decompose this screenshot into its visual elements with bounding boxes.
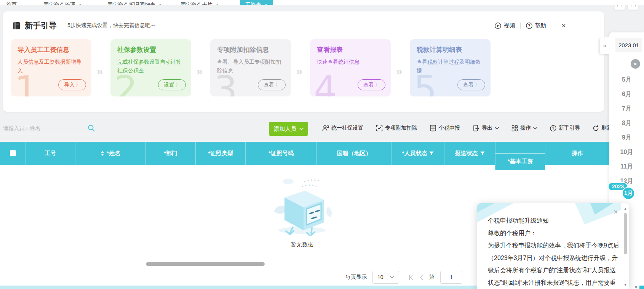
step-number: 1 [14, 71, 38, 96]
guide-step-1: 导入员工工资信息 人员信息及工资数据新增导入 1 导入〉 [11, 39, 91, 96]
scroll-down-arrow-icon[interactable]: ▼ [623, 283, 628, 287]
search-icon[interactable] [88, 124, 95, 132]
view-button[interactable]: 查看〉 [358, 79, 385, 90]
column-header-actions[interactable]: 操作 [545, 142, 609, 165]
guide-header: 新手引导 5步快速完成设置，快去完善信息吧～ 视频 ? 帮助 × [12, 19, 591, 32]
tab-asset-card[interactable]: 固定资产卡片× [175, 0, 224, 5]
special-deduction-button[interactable]: 专项附加扣除 [376, 125, 417, 132]
pagination: 每页显示 10 第 [345, 271, 462, 284]
guide-step-2: 社保参数设置 完成社保参数设置自动计算社保公积金 2 设置〉 [110, 39, 191, 96]
book-icon [12, 21, 21, 30]
empty-state-text: 暂无数据 [254, 241, 350, 248]
column-header-base-salary[interactable]: *基本工资 [495, 142, 545, 170]
person-icon [322, 125, 329, 132]
step-number: 5 [414, 71, 437, 96]
chevron-up-icon: « [632, 63, 638, 66]
table-header: 工号 *姓名 *部门 *证照类型 *证照号码 国籍（地区） *人员状态 报送状态… [0, 142, 609, 165]
column-header-report-status[interactable]: 报送状态 [444, 142, 495, 165]
export-button[interactable]: 导出 [473, 125, 499, 132]
close-icon[interactable]: × [561, 22, 566, 29]
month-item-jul[interactable]: 7月 [609, 105, 644, 113]
notification-scrollbar[interactable]: ▲ ▼ [623, 207, 628, 287]
month-item-aug[interactable]: 8月 [609, 119, 644, 127]
month-item-may[interactable]: 5月 [609, 76, 644, 84]
help-link[interactable]: ? 帮助 [526, 22, 546, 29]
toolbar-actions: 统一社保设置 专项附加扣除 个税申报 导出 操作 ? 新 [322, 125, 612, 132]
column-header-nationality[interactable]: 国籍（地区） [316, 142, 392, 165]
notification-greeting: 尊敬的个税用户： [488, 227, 620, 240]
operations-button[interactable]: 操作 [511, 125, 537, 132]
tab-depreciation-detail[interactable]: 固定资产折旧明细表× [102, 0, 167, 5]
app-screen: 首页 固定资产管理× 固定资产折旧明细表× 固定资产卡片× 工资表× 新手引导 … [0, 0, 644, 289]
guide-step-3: 专项附加扣除信息 查看、导入员工专项附加扣除信息 3 查看〉 [210, 39, 291, 96]
column-header-id-type[interactable]: *证照类型 [195, 142, 245, 165]
tab-fixed-asset-mgmt[interactable]: 固定资产管理× [38, 0, 87, 5]
sort-icon[interactable] [101, 151, 104, 156]
scroll-up-arrow-icon[interactable]: ▲ [623, 207, 628, 211]
month-item-sep[interactable]: 9月 [609, 134, 644, 142]
month-item-jun[interactable]: 6月 [609, 90, 644, 98]
empty-robot-illustration [264, 175, 340, 236]
import-button[interactable]: 导入〉 [58, 79, 86, 90]
filter-icon[interactable] [480, 151, 485, 156]
tax-filing-button[interactable]: 个税申报 [430, 125, 460, 132]
double-chevron-icon: » [603, 42, 606, 49]
double-chevron-icon: » [194, 65, 205, 78]
guide-title: 新手引导 [25, 20, 57, 31]
select-all-checkbox[interactable] [10, 150, 16, 156]
column-header-person-status[interactable]: *人员状态 [392, 142, 444, 165]
close-icon[interactable]: × [79, 2, 81, 5]
search-input[interactable] [3, 125, 88, 131]
chevron-down-icon [495, 127, 499, 130]
filter-icon[interactable] [429, 151, 434, 156]
view-button[interactable]: 查看〉 [457, 79, 485, 90]
column-header-name[interactable]: *姓名 [75, 142, 145, 165]
video-link[interactable]: 视频 [495, 22, 515, 29]
period-label[interactable]: 2023.01 [615, 38, 642, 52]
toolbar: 添加人员 统一社保设置 专项附加扣除 个税申报 导出 [3, 121, 608, 137]
per-page-select[interactable]: 10 [372, 271, 399, 284]
divider [520, 22, 521, 29]
chevron-right-icon: 〉 [275, 82, 280, 88]
close-icon[interactable]: × [265, 2, 267, 5]
month-item-oct[interactable]: 10月 [609, 148, 644, 156]
beginner-guide-button[interactable]: ? 新手引导 [550, 125, 580, 132]
scrollbar-thumb[interactable] [624, 213, 627, 254]
chevron-right-icon: 〉 [375, 82, 380, 88]
month-item-jan-active[interactable]: 1月 [622, 187, 635, 200]
beginner-guide-panel: 新手引导 5步快速完成设置，快去完善信息吧～ 视频 ? 帮助 × 导入员工工资信… [3, 11, 604, 112]
notification-title: 个税申报功能升级通知 [488, 215, 620, 227]
first-page-icon[interactable] [408, 275, 414, 280]
step-number: 3 [214, 71, 237, 96]
view-button[interactable]: 查看〉 [258, 79, 286, 90]
notification-text: 个税申报功能升级通知 尊敬的个税用户： 为提升个税申报功能的效率，我们将于今晚9… [488, 215, 620, 289]
page-number-input[interactable] [440, 271, 462, 284]
question-icon: ? [526, 22, 532, 29]
month-item-nov[interactable]: 11月 [609, 163, 644, 171]
add-person-button[interactable]: 添加人员 [269, 122, 308, 136]
notification-body: 为提升个税申报功能的效率，我们将于今晚9点后（2023年3月7日）对个税申报系统… [488, 239, 620, 289]
scroll-down-arrow-icon[interactable]: ▼ [634, 286, 638, 289]
settings-button[interactable]: 设置〉 [158, 79, 186, 90]
guide-step-4: 查看报表 快速查看统计信息 4 查看〉 [310, 39, 391, 96]
close-icon[interactable]: × [614, 208, 618, 216]
close-icon[interactable]: × [159, 2, 161, 5]
scroll-up-button[interactable]: « [631, 59, 640, 69]
guide-subtitle: 5步快速完成设置，快去完善信息吧～ [67, 22, 156, 29]
svg-text:?: ? [552, 126, 554, 130]
tab-home[interactable]: 首页 [1, 0, 22, 5]
close-icon[interactable]: × [216, 2, 219, 5]
column-header-id-number[interactable]: *证照号码 [245, 142, 316, 165]
scan-frame-icon [376, 125, 383, 132]
column-header-empno[interactable]: 工号 [26, 142, 75, 165]
collapse-sidebar-button[interactable]: » [600, 37, 609, 54]
column-header-department[interactable]: *部门 [145, 142, 195, 165]
horizontal-scrollbar[interactable] [146, 262, 265, 266]
prev-page-icon[interactable] [419, 275, 423, 280]
chevron-right-icon: 〉 [475, 82, 479, 88]
chevron-down-icon [299, 128, 304, 130]
chevron-right-icon: 〉 [76, 82, 80, 88]
question-icon: ? [550, 125, 556, 132]
tab-salary-active[interactable]: 工资表× [240, 0, 273, 5]
unified-social-security-button[interactable]: 统一社保设置 [322, 125, 363, 132]
